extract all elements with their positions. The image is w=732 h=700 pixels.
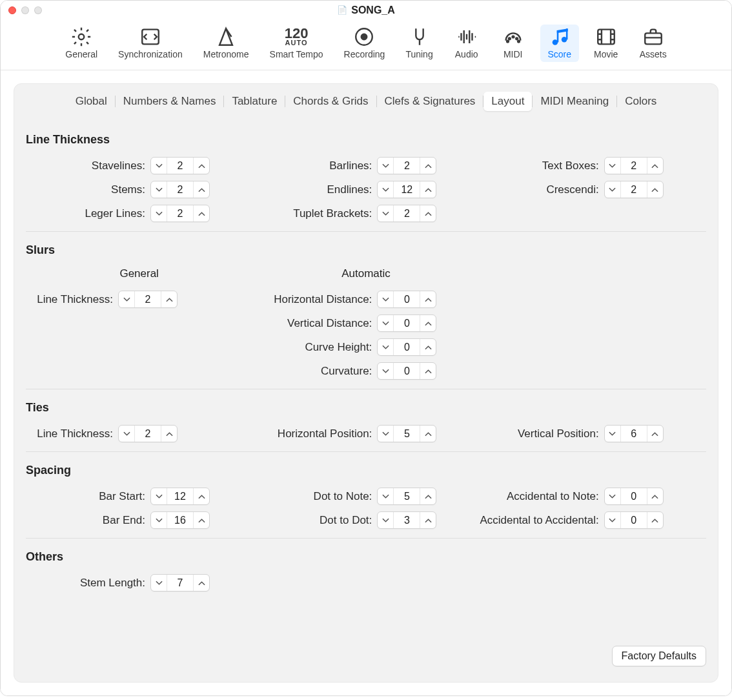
stepper-value[interactable]: 2 [620, 158, 647, 174]
stepper-line-thickness[interactable]: 2 [118, 425, 178, 442]
stepper-increment[interactable] [161, 426, 177, 442]
subtab-midi-meaning[interactable]: MIDI Meaning [533, 92, 616, 111]
stepper-value[interactable]: 5 [393, 426, 420, 442]
stepper-value[interactable]: 0 [393, 363, 420, 379]
stepper-increment[interactable] [647, 158, 663, 174]
stepper-bar-start[interactable]: 12 [150, 488, 210, 505]
stepper-decrement[interactable] [119, 426, 134, 442]
toolbar-item-midi[interactable]: MIDI [494, 25, 533, 62]
stepper-increment[interactable] [647, 181, 663, 198]
stepper-decrement[interactable] [119, 291, 134, 307]
subtab-clefs-signatures[interactable]: Clefs & Signatures [377, 92, 483, 111]
stepper-value[interactable]: 2 [620, 181, 647, 198]
stepper-increment[interactable] [194, 575, 209, 591]
stepper-decrement[interactable] [378, 315, 393, 331]
stepper-value[interactable]: 0 [393, 315, 420, 331]
subtab-layout[interactable]: Layout [483, 92, 532, 111]
stepper-decrement[interactable] [378, 363, 393, 379]
stepper-decrement[interactable] [378, 291, 393, 307]
stepper-value[interactable]: 0 [393, 339, 420, 355]
stepper-increment[interactable] [420, 339, 436, 355]
stepper-decrement[interactable] [151, 575, 167, 591]
stepper-value[interactable]: 6 [620, 426, 647, 442]
stepper-increment[interactable] [161, 291, 177, 307]
stepper-value[interactable]: 0 [393, 291, 420, 307]
stepper-crescendi[interactable]: 2 [604, 181, 664, 198]
stepper-increment[interactable] [420, 291, 436, 307]
stepper-increment[interactable] [647, 512, 663, 528]
stepper-line-thickness[interactable]: 2 [118, 291, 178, 308]
stepper-increment[interactable] [194, 205, 209, 221]
stepper-decrement[interactable] [605, 158, 620, 174]
stepper-increment[interactable] [647, 426, 663, 442]
stepper-increment[interactable] [194, 488, 209, 504]
stepper-decrement[interactable] [605, 488, 620, 504]
stepper-value[interactable]: 12 [167, 488, 194, 504]
toolbar-item-tuning[interactable]: Tuning [399, 25, 439, 62]
stepper-stems[interactable]: 2 [150, 181, 210, 198]
stepper-value[interactable]: 2 [134, 291, 161, 307]
stepper-vertical-distance[interactable]: 0 [377, 314, 436, 332]
stepper-value[interactable]: 2 [393, 205, 420, 221]
stepper-endlines[interactable]: 12 [377, 181, 436, 198]
stepper-decrement[interactable] [151, 158, 167, 174]
stepper-stem-length[interactable]: 7 [150, 574, 210, 592]
stepper-increment[interactable] [420, 158, 436, 174]
stepper-leger-lines[interactable]: 2 [150, 205, 210, 222]
toolbar-item-score[interactable]: Score [540, 25, 579, 62]
subtab-chords-grids[interactable]: Chords & Grids [285, 92, 376, 111]
stepper-value[interactable]: 12 [393, 181, 420, 198]
stepper-value[interactable]: 2 [393, 158, 420, 174]
stepper-value[interactable]: 5 [393, 488, 420, 504]
stepper-decrement[interactable] [378, 205, 393, 221]
stepper-curvature[interactable]: 0 [377, 362, 436, 380]
stepper-bar-end[interactable]: 16 [150, 511, 210, 529]
stepper-value[interactable]: 2 [167, 181, 194, 198]
stepper-value[interactable]: 2 [167, 205, 194, 221]
stepper-barlines[interactable]: 2 [377, 157, 436, 174]
stepper-value[interactable]: 0 [620, 488, 647, 504]
subtab-tablature[interactable]: Tablature [224, 92, 285, 111]
factory-defaults-button[interactable]: Factory Defaults [612, 646, 706, 666]
stepper-accidental-to-note[interactable]: 0 [604, 488, 664, 505]
stepper-decrement[interactable] [605, 181, 620, 198]
toolbar-item-metronome[interactable]: Metronome [197, 25, 256, 62]
stepper-increment[interactable] [420, 205, 436, 221]
stepper-increment[interactable] [420, 512, 436, 528]
stepper-value[interactable]: 2 [167, 158, 194, 174]
stepper-value[interactable]: 0 [620, 512, 647, 528]
stepper-curve-height[interactable]: 0 [377, 338, 436, 356]
toolbar-item-movie[interactable]: Movie [587, 25, 625, 62]
stepper-decrement[interactable] [151, 205, 167, 221]
toolbar-item-general[interactable]: General [59, 25, 104, 62]
stepper-stavelines[interactable]: 2 [150, 157, 210, 174]
stepper-decrement[interactable] [151, 181, 167, 198]
stepper-value[interactable]: 3 [393, 512, 420, 528]
stepper-decrement[interactable] [378, 181, 393, 198]
stepper-decrement[interactable] [151, 488, 167, 504]
subtab-global[interactable]: Global [68, 92, 115, 111]
stepper-decrement[interactable] [378, 426, 393, 442]
subtab-numbers-names[interactable]: Numbers & Names [116, 92, 224, 111]
stepper-value[interactable]: 7 [167, 575, 194, 591]
stepper-decrement[interactable] [151, 512, 167, 528]
stepper-decrement[interactable] [605, 512, 620, 528]
toolbar-item-smarttempo[interactable]: 120AUTOSmart Tempo [263, 25, 330, 62]
stepper-decrement[interactable] [378, 158, 393, 174]
stepper-dot-to-dot[interactable]: 3 [377, 511, 436, 529]
toolbar-item-assets[interactable]: Assets [633, 25, 673, 62]
stepper-text-boxes[interactable]: 2 [604, 157, 664, 174]
toolbar-item-sync[interactable]: Synchronization [112, 25, 189, 62]
stepper-value[interactable]: 2 [134, 426, 161, 442]
stepper-increment[interactable] [420, 488, 436, 504]
stepper-increment[interactable] [194, 181, 209, 198]
stepper-decrement[interactable] [378, 488, 393, 504]
stepper-increment[interactable] [194, 158, 209, 174]
stepper-increment[interactable] [194, 512, 209, 528]
stepper-value[interactable]: 16 [167, 512, 194, 528]
stepper-decrement[interactable] [605, 426, 620, 442]
toolbar-item-recording[interactable]: Recording [338, 25, 392, 62]
stepper-increment[interactable] [420, 426, 436, 442]
stepper-increment[interactable] [420, 181, 436, 198]
stepper-vertical-position[interactable]: 6 [604, 425, 664, 442]
